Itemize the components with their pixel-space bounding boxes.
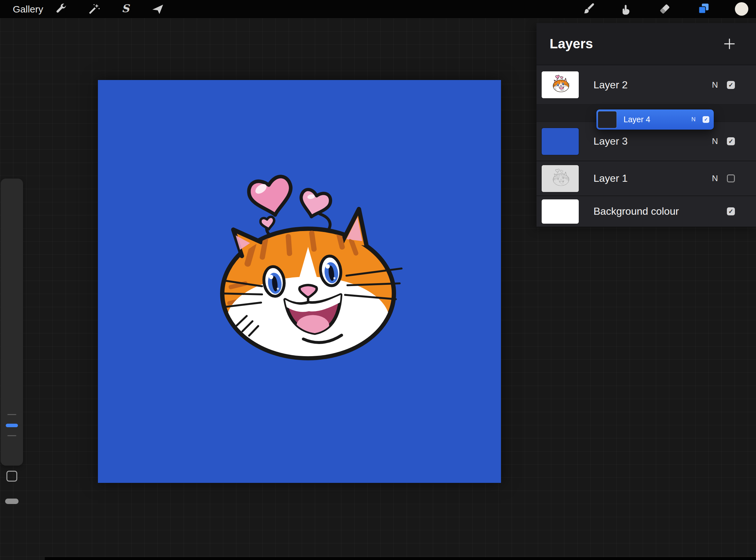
visibility-checkbox: ✓ — [702, 116, 709, 123]
color-picker-button[interactable] — [734, 2, 749, 16]
brush-size-tick — [7, 435, 16, 436]
wrench-icon — [55, 2, 69, 16]
home-indicator-strip — [45, 557, 756, 560]
layer-name: Layer 2 — [593, 79, 628, 91]
visibility-checkbox[interactable]: ✓ — [727, 137, 735, 145]
cat-artwork — [98, 80, 501, 483]
blend-mode-button: N — [691, 116, 696, 123]
paint-tool-button[interactable] — [581, 2, 596, 16]
layer-name: Layer 4 — [624, 115, 650, 124]
smudge-finger-icon — [618, 2, 633, 16]
actions-button[interactable] — [55, 2, 69, 16]
eraser-icon — [657, 2, 672, 16]
transform-arrow-icon — [150, 2, 165, 16]
top-toolbar: Gallery S — [0, 0, 756, 18]
add-layer-button[interactable] — [723, 37, 736, 50]
layer-row-layer-4-dragging[interactable]: Layer 4 N ✓ — [596, 109, 714, 129]
transform-button[interactable] — [150, 2, 165, 16]
layer-row-layer-1[interactable]: Layer 1 N — [536, 161, 756, 196]
opacity-slider[interactable] — [5, 499, 19, 504]
layer-name: Background colour — [593, 205, 679, 217]
brush-size-tick — [7, 414, 16, 415]
layer-name: Layer 3 — [593, 135, 628, 147]
magic-wand-icon — [87, 2, 101, 16]
erase-tool-button[interactable] — [657, 2, 672, 16]
layer-thumbnail[interactable] — [542, 199, 579, 224]
svg-text:S: S — [122, 2, 130, 15]
layers-panel-button[interactable] — [696, 2, 711, 16]
layer-row-background-colour[interactable]: Background colour ✓ — [536, 196, 756, 227]
layers-icon — [696, 2, 711, 16]
brush-icon — [581, 2, 596, 16]
layers-panel: Layers Layer 2 N ✓ Layer 3 N ✓ — [536, 23, 756, 227]
layer-thumbnail[interactable] — [542, 165, 579, 192]
smudge-tool-button[interactable] — [618, 2, 633, 16]
blend-mode-button[interactable]: N — [712, 174, 718, 183]
sidebar-tool-column — [1, 179, 23, 466]
visibility-checkbox[interactable] — [727, 174, 735, 182]
visibility-checkbox[interactable]: ✓ — [727, 207, 735, 215]
modify-button[interactable] — [6, 471, 17, 482]
blend-mode-button[interactable]: N — [712, 80, 718, 90]
drawing-canvas[interactable] — [98, 80, 501, 483]
color-circle-icon — [734, 2, 749, 16]
procreate-app: Gallery S — [0, 0, 756, 560]
layer-thumbnail[interactable] — [542, 128, 579, 155]
layer-row-layer-2[interactable]: Layer 2 N ✓ — [536, 65, 756, 105]
brush-size-slider[interactable] — [6, 424, 18, 427]
visibility-checkbox[interactable]: ✓ — [727, 81, 735, 89]
gallery-button[interactable]: Gallery — [13, 0, 43, 18]
blend-mode-button[interactable]: N — [712, 136, 718, 146]
layer-name: Layer 1 — [593, 173, 628, 184]
selection-button[interactable]: S — [118, 2, 133, 16]
adjustments-button[interactable] — [87, 2, 101, 16]
layer-thumbnail — [598, 112, 616, 128]
layers-panel-title: Layers — [550, 36, 593, 52]
selection-s-icon: S — [118, 2, 133, 16]
layer-thumbnail[interactable] — [542, 72, 579, 98]
layers-panel-header: Layers — [536, 23, 756, 65]
